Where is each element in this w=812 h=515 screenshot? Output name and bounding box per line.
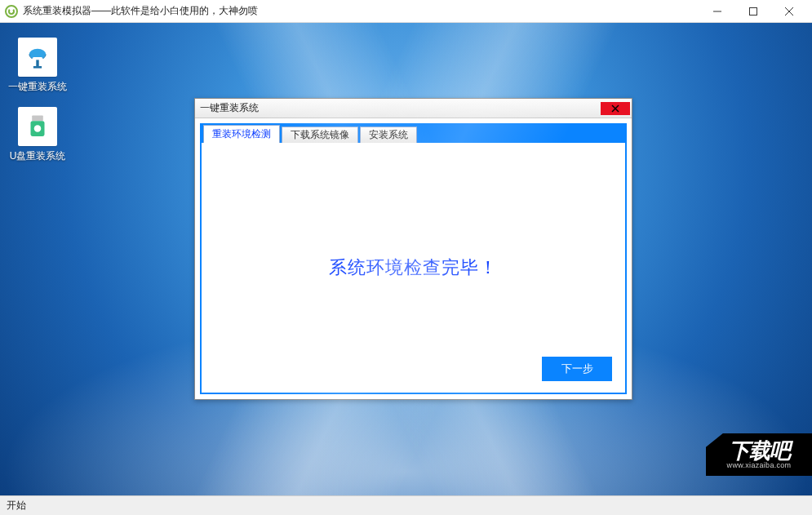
desktop-area: 一键重装系统 U盘重装系统 一键重装系统 重装环境检测 bbox=[0, 23, 812, 495]
svg-point-8 bbox=[34, 125, 42, 132]
desktop-icons: 一键重装系统 U盘重装系统 bbox=[8, 38, 67, 163]
minimize-button[interactable] bbox=[699, 0, 735, 23]
app-close-button[interactable] bbox=[601, 102, 630, 115]
app-window: 一键重装系统 重装环境检测 下载系统镜像 安装系统 系统环境检查完毕！ 下一步 bbox=[194, 98, 632, 400]
watermark-text: 下载吧 bbox=[729, 440, 790, 461]
usb-icon bbox=[18, 107, 57, 146]
tab-install-system[interactable]: 安装系统 bbox=[360, 127, 417, 143]
desktop-icon-usb-reinstall[interactable]: U盘重装系统 bbox=[8, 107, 67, 163]
svg-rect-5 bbox=[33, 66, 42, 69]
app-window-header[interactable]: 一键重装系统 bbox=[195, 99, 632, 118]
app-body: 重装环境检测 下载系统镜像 安装系统 系统环境检查完毕！ 下一步 bbox=[200, 123, 627, 394]
reinstall-icon bbox=[18, 38, 57, 77]
window-title: 系统重装模拟器——此软件是给小白使用的，大神勿喷 bbox=[23, 4, 258, 18]
window-controls bbox=[699, 0, 807, 23]
tab-label: 重装环境检测 bbox=[212, 127, 271, 141]
close-button[interactable] bbox=[771, 0, 807, 23]
status-message: 系统环境检查完毕！ bbox=[202, 143, 625, 393]
tab-download-image[interactable]: 下载系统镜像 bbox=[282, 127, 358, 143]
svg-rect-6 bbox=[32, 115, 43, 121]
watermark-url: www.xiazaiba.com bbox=[727, 461, 792, 469]
svg-rect-4 bbox=[36, 60, 38, 66]
taskbar: 开始 bbox=[0, 495, 812, 515]
desktop-icon-label: U盘重装系统 bbox=[10, 149, 66, 163]
tab-label: 安装系统 bbox=[369, 128, 408, 142]
svg-rect-1 bbox=[750, 7, 757, 15]
watermark: 下载吧 www.xiazaiba.com bbox=[706, 433, 812, 476]
desktop-icon-label: 一键重装系统 bbox=[8, 80, 67, 94]
start-button[interactable]: 开始 bbox=[7, 499, 26, 513]
window-titlebar: 系统重装模拟器——此软件是给小白使用的，大神勿喷 bbox=[0, 0, 812, 23]
next-button[interactable]: 下一步 bbox=[542, 357, 612, 381]
tab-env-check[interactable]: 重装环境检测 bbox=[203, 125, 280, 143]
tab-bar: 重装环境检测 下载系统镜像 安装系统 bbox=[202, 125, 625, 143]
desktop-icon-one-key-reinstall[interactable]: 一键重装系统 bbox=[8, 38, 67, 94]
tab-label: 下载系统镜像 bbox=[291, 128, 349, 142]
maximize-button[interactable] bbox=[735, 0, 771, 23]
app-icon bbox=[5, 5, 18, 18]
app-window-title: 一键重装系统 bbox=[200, 101, 259, 115]
